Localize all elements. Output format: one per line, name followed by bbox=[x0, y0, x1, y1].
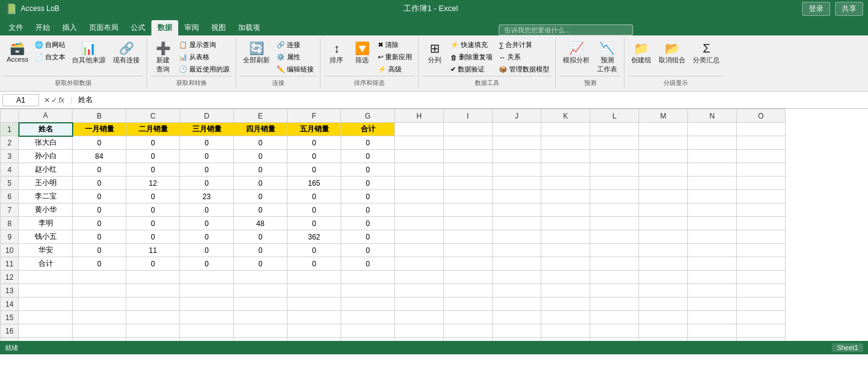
cell-9-col-9[interactable] bbox=[493, 230, 541, 244]
row-num-2[interactable]: 2 bbox=[1, 136, 19, 150]
cell-14-2[interactable] bbox=[126, 298, 180, 311]
cell-10-col-11[interactable] bbox=[590, 244, 639, 257]
cell-9-3[interactable]: 0 bbox=[180, 230, 234, 244]
cell-17-4[interactable] bbox=[234, 338, 288, 342]
cell-7-col-12[interactable] bbox=[639, 203, 688, 217]
cell-16-7[interactable] bbox=[395, 324, 444, 338]
cell-9-1[interactable]: 0 bbox=[73, 230, 126, 244]
formula-input[interactable]: 姓名 bbox=[76, 95, 866, 106]
cell-15-12[interactable] bbox=[639, 311, 688, 324]
cell-15-6[interactable] bbox=[341, 311, 395, 324]
cell-17-9[interactable] bbox=[493, 338, 541, 342]
cell-10-2[interactable]: 11 bbox=[126, 244, 180, 257]
cell-14-9[interactable] bbox=[493, 298, 541, 311]
cell-6-5[interactable]: 0 bbox=[288, 190, 341, 203]
cell-12-2[interactable] bbox=[126, 271, 180, 284]
cell-2-col-8[interactable] bbox=[444, 136, 493, 150]
btn-reapply[interactable]: ↩ 重新应用 bbox=[375, 51, 414, 63]
cell-11-col-14[interactable] bbox=[737, 257, 786, 271]
btn-advanced[interactable]: ⚡ 高级 bbox=[375, 64, 414, 75]
cell-11-1[interactable]: 0 bbox=[73, 257, 126, 271]
cell-8-col-7[interactable] bbox=[395, 217, 444, 230]
col-header-E[interactable]: E bbox=[234, 109, 288, 123]
cell-16-5[interactable] bbox=[288, 324, 341, 338]
row-num-17[interactable]: 17 bbox=[1, 338, 19, 342]
cell-9-col-13[interactable] bbox=[688, 230, 737, 244]
cell-13-11[interactable] bbox=[590, 284, 639, 298]
cell-16-11[interactable] bbox=[590, 324, 639, 338]
cell-6-6[interactable]: 0 bbox=[341, 190, 395, 203]
cell-12-5[interactable] bbox=[288, 271, 341, 284]
col-header-K[interactable]: K bbox=[541, 109, 590, 123]
cell-17-6[interactable] bbox=[341, 338, 395, 342]
cell-10-4[interactable]: 0 bbox=[234, 244, 288, 257]
cell-12-7[interactable] bbox=[395, 271, 444, 284]
tab-page-layout[interactable]: 页面布局 bbox=[83, 20, 125, 35]
btn-filter[interactable]: 🔽 筛选 bbox=[350, 39, 374, 67]
cell-2-6[interactable]: 0 bbox=[341, 136, 395, 150]
cell-7-1[interactable]: 0 bbox=[73, 203, 126, 217]
cell-2-0[interactable]: 张大白 bbox=[19, 136, 73, 150]
cell-13-12[interactable] bbox=[639, 284, 688, 298]
cell-14-5[interactable] bbox=[288, 298, 341, 311]
cell-4-1[interactable]: 0 bbox=[73, 163, 126, 177]
cell-8-col-11[interactable] bbox=[590, 217, 639, 230]
row-num-16[interactable]: 16 bbox=[1, 324, 19, 338]
cell-12-11[interactable] bbox=[590, 271, 639, 284]
cell-14-8[interactable] bbox=[444, 298, 493, 311]
cell-4-4[interactable]: 0 bbox=[234, 163, 288, 177]
cell-11-col-12[interactable] bbox=[639, 257, 688, 271]
cell-3-col-11[interactable] bbox=[590, 150, 639, 163]
row-num-13[interactable]: 13 bbox=[1, 284, 19, 298]
tab-view[interactable]: 视图 bbox=[205, 20, 232, 35]
tab-addins[interactable]: 加载项 bbox=[232, 20, 266, 35]
cell-15-8[interactable] bbox=[444, 311, 493, 324]
cell-12-9[interactable] bbox=[493, 271, 541, 284]
cell-2-col-7[interactable] bbox=[395, 136, 444, 150]
cell-11-0[interactable]: 合计 bbox=[19, 257, 73, 271]
cell-1-col-13[interactable] bbox=[688, 123, 737, 136]
cell-15-4[interactable] bbox=[234, 311, 288, 324]
cell-8-6[interactable]: 0 bbox=[341, 217, 395, 230]
cell-15-3[interactable] bbox=[180, 311, 234, 324]
cell-10-col-8[interactable] bbox=[444, 244, 493, 257]
cell-4-col-11[interactable] bbox=[590, 163, 639, 177]
cell-12-3[interactable] bbox=[180, 271, 234, 284]
btn-data-validation[interactable]: ✔ 数据验证 bbox=[448, 64, 495, 75]
cell-1-5[interactable]: 五月销量 bbox=[288, 123, 341, 136]
btn-ungroup[interactable]: 📂 取消组合 bbox=[656, 39, 689, 67]
cell-16-8[interactable] bbox=[444, 324, 493, 338]
cell-6-col-8[interactable] bbox=[444, 190, 493, 203]
btn-manage-model[interactable]: 📦 管理数据模型 bbox=[496, 64, 552, 75]
btn-quick-fill[interactable]: ⚡ 快速填充 bbox=[448, 39, 495, 51]
cell-5-col-13[interactable] bbox=[688, 177, 737, 190]
row-num-15[interactable]: 15 bbox=[1, 311, 19, 324]
cell-5-col-12[interactable] bbox=[639, 177, 688, 190]
btn-properties[interactable]: ⚙️ 属性 bbox=[274, 51, 316, 63]
cell-2-4[interactable]: 0 bbox=[234, 136, 288, 150]
cell-3-col-12[interactable] bbox=[639, 150, 688, 163]
sheet-wrapper[interactable]: A B C D E F G H I J K L M N O 1 bbox=[0, 109, 868, 341]
btn-remove-dup[interactable]: 🗑 删除重复项 bbox=[448, 51, 495, 63]
cell-5-5[interactable]: 165 bbox=[288, 177, 341, 190]
cell-10-col-13[interactable] bbox=[688, 244, 737, 257]
cell-17-8[interactable] bbox=[444, 338, 493, 342]
btn-other-sources[interactable]: 📊 自其他来源 bbox=[69, 39, 109, 67]
cell-9-col-7[interactable] bbox=[395, 230, 444, 244]
cell-9-0[interactable]: 钱小五 bbox=[19, 230, 73, 244]
cell-9-6[interactable]: 0 bbox=[341, 230, 395, 244]
cell-7-0[interactable]: 黄小华 bbox=[19, 203, 73, 217]
cell-4-col-14[interactable] bbox=[737, 163, 786, 177]
cell-13-5[interactable] bbox=[288, 284, 341, 298]
cell-9-col-11[interactable] bbox=[590, 230, 639, 244]
cell-1-col-7[interactable] bbox=[395, 123, 444, 136]
cell-14-11[interactable] bbox=[590, 298, 639, 311]
cell-10-col-9[interactable] bbox=[493, 244, 541, 257]
col-header-J[interactable]: J bbox=[493, 109, 541, 123]
btn-split-col[interactable]: ⊞ 分列 bbox=[422, 39, 447, 67]
cell-15-5[interactable] bbox=[288, 311, 341, 324]
btn-clear[interactable]: ✖ 清除 bbox=[375, 39, 414, 51]
search-input[interactable] bbox=[499, 24, 633, 35]
login-button[interactable]: 登录 bbox=[802, 2, 830, 16]
cell-14-10[interactable] bbox=[541, 298, 590, 311]
